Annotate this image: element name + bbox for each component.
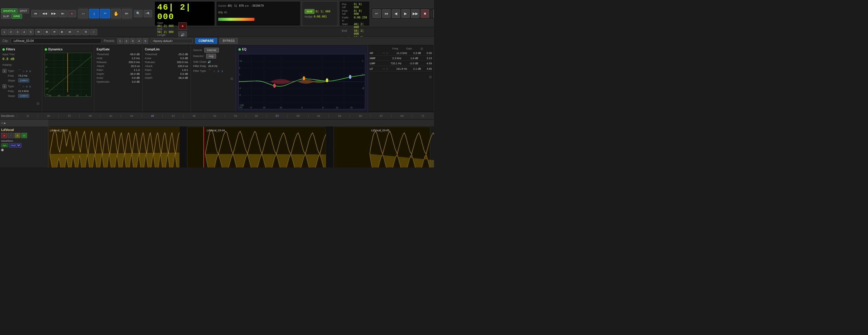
filter1-freq-val: 73.3 Hz [18, 74, 28, 77]
eq-hf-left-arrow[interactable]: ◁ [382, 51, 384, 55]
filter1-freq-label: Freq: [8, 74, 17, 77]
eq-lf-left-arrow[interactable]: ◁ [382, 67, 384, 70]
preroll-label: Pre-roll [342, 3, 350, 9]
preset-5[interactable]: 5 [143, 38, 148, 44]
dynamics-title-text: Dynamics [48, 48, 62, 51]
filters-expand-btn[interactable]: ⊞ [2, 99, 39, 105]
preset-3[interactable]: 3 [130, 38, 135, 44]
st-fwd[interactable]: ⏭ [66, 29, 74, 35]
preset-dropdown[interactable]: <factory default> [151, 39, 193, 43]
start-label: Start [157, 22, 174, 25]
filter1-slope-btn[interactable]: 12dB/O [18, 79, 29, 82]
grid-button[interactable]: GRID [11, 14, 22, 19]
tr-play-btn[interactable]: ▶ [401, 9, 410, 18]
filter1-type-btn-hp[interactable]: ⌒ [18, 69, 21, 73]
tr-back-btn[interactable]: ↩ [372, 9, 381, 18]
eq-hf-right-arrow[interactable]: ▷ [386, 51, 389, 55]
preset-4[interactable]: 4 [136, 38, 142, 44]
record-indicator[interactable]: ● [178, 22, 187, 30]
st-rew[interactable]: ⏮ [35, 29, 42, 35]
tr-stop-btn[interactable]: ■ [421, 9, 429, 18]
cursor-label: Cursor [218, 4, 226, 7]
solo-btn[interactable]: S [14, 133, 21, 138]
filter2-type-btn-n[interactable]: ∨ [29, 85, 31, 88]
filters-panel: Filters Input Trim: 0.0 dB Polarity: 1 T… [0, 45, 42, 112]
read-select[interactable]: read [9, 143, 22, 148]
filter2-type-btn-lp[interactable]: ∩ [22, 85, 25, 88]
end-btn[interactable]: ⏭ [59, 10, 67, 17]
num-btn-1[interactable]: 1 [1, 29, 7, 35]
preset-2[interactable]: 2 [124, 38, 129, 44]
meter-bar [218, 18, 254, 21]
svg-text:-9: -9 [45, 73, 48, 75]
plugin-header: Clip: LdVocal_03-04 Presets: 1 2 3 4 5 <… [0, 37, 434, 45]
source-internal-btn[interactable]: Internal [204, 48, 219, 53]
bypass-button[interactable]: BYPASS [219, 38, 238, 44]
shuffle-button[interactable]: SHUFFLE [1, 8, 18, 13]
pencil-tool[interactable]: ✏ [122, 9, 132, 19]
ft-btn2[interactable]: ∩ [213, 69, 215, 73]
zoom-out-btn[interactable]: 🔍 [134, 10, 143, 17]
num-btn-2[interactable]: 2 [8, 29, 14, 35]
back-btn[interactable]: ◀◀ [40, 10, 49, 17]
preset-1[interactable]: 1 [117, 38, 123, 44]
st-prev[interactable]: ◀ [43, 29, 50, 35]
end-val: 58| 2| 000 [157, 30, 174, 33]
ft-btn4[interactable]: ∨ [221, 69, 223, 73]
ruler-mark-55: 55 [246, 114, 267, 117]
eg-threshold-label: Threshold: [97, 53, 110, 56]
dynamics-panel: Dynamics -3 -6 -9 [42, 45, 94, 112]
tr-next-btn[interactable]: ▶▶ [411, 9, 420, 18]
track-name: LdVocal [1, 128, 47, 131]
grabber-tool[interactable]: ↕ [89, 9, 99, 19]
input-btn[interactable]: I [8, 133, 14, 138]
track-dot-1[interactable] [1, 149, 4, 151]
source-expand-btn[interactable]: ⊞ [193, 74, 233, 81]
tr-prev-btn[interactable]: ◀ [392, 9, 400, 18]
eq-lf-right-arrow[interactable]: ▷ [386, 67, 389, 70]
slip-button[interactable]: SLIP [1, 14, 11, 19]
dyn-badge[interactable]: dyn [1, 143, 8, 147]
tr-rew-btn[interactable]: ⏮ [382, 9, 391, 18]
eq-hf-gain: 3.3 dB [409, 52, 421, 55]
filter1-type-btn-lp[interactable]: ∩ [22, 69, 25, 73]
mode-buttons: SHUFFLE SPOT SLIP GRID [1, 8, 29, 19]
st-next[interactable]: ▶ [59, 29, 66, 35]
eq-graph[interactable]: +12 8 4 0 -4 -8 -12dB -2 -6 -10 20Hz 50 … [239, 54, 365, 109]
trimmer-tool[interactable]: ✂ [100, 9, 110, 19]
ft-btn1[interactable]: ⌒ [208, 69, 211, 73]
num-btn-3[interactable]: 3 [14, 29, 21, 35]
compare-button[interactable]: COMPARE [195, 38, 217, 44]
filter2-slope-btn[interactable]: 12dB/O [18, 94, 29, 98]
num-btn-5[interactable]: 5 [28, 29, 34, 35]
st-paste[interactable]: ⊞ [82, 29, 89, 35]
st-cut[interactable]: ✂ [74, 29, 82, 35]
rec-btn[interactable]: ● [1, 133, 7, 138]
rewind-btn[interactable]: ⏮ [31, 10, 40, 17]
ruler-mark-41: 41 [100, 114, 121, 117]
zoom-in-btn[interactable]: +🔍 [144, 10, 152, 17]
ruler-mark-i3: i3 [17, 114, 38, 117]
eq-expand-btn[interactable]: ⊞ [370, 72, 432, 79]
filter2-type-btn-hp[interactable]: ⌒ [18, 84, 21, 88]
filter1-type-btn-n[interactable]: ∨ [29, 69, 31, 73]
st-loop[interactable]: ⇄ [51, 29, 58, 35]
spot-button[interactable]: SPOT [18, 8, 29, 13]
selector-tool[interactable]: ↔ [78, 9, 88, 19]
num-btn-4[interactable]: 4 [21, 29, 27, 35]
st-monitor[interactable]: □ [90, 29, 97, 35]
detector-avg-btn[interactable]: Avg [206, 54, 216, 59]
mute-btn[interactable]: M [21, 133, 27, 138]
ft-btn3[interactable]: ∧ [217, 69, 219, 73]
grid-toggle-btn[interactable]: Grid [305, 9, 314, 14]
ruler-mark-57: 57 [267, 114, 287, 117]
record-btn[interactable]: ● [68, 10, 76, 17]
svg-text:8: 8 [239, 66, 240, 69]
filter-freq-row: Filter Freq: 20.0 Hz [193, 65, 233, 68]
hand-tool[interactable]: ✋ [111, 9, 121, 19]
dly-row: IDly 80 [218, 11, 299, 14]
fwd-btn[interactable]: ▶▶ [50, 10, 58, 17]
filter1-type-btn-bp[interactable]: ∧ [26, 69, 28, 73]
filter2-type-btn-bp[interactable]: ∧ [26, 85, 28, 88]
tr-loop-btn[interactable]: ↻ [433, 9, 434, 18]
